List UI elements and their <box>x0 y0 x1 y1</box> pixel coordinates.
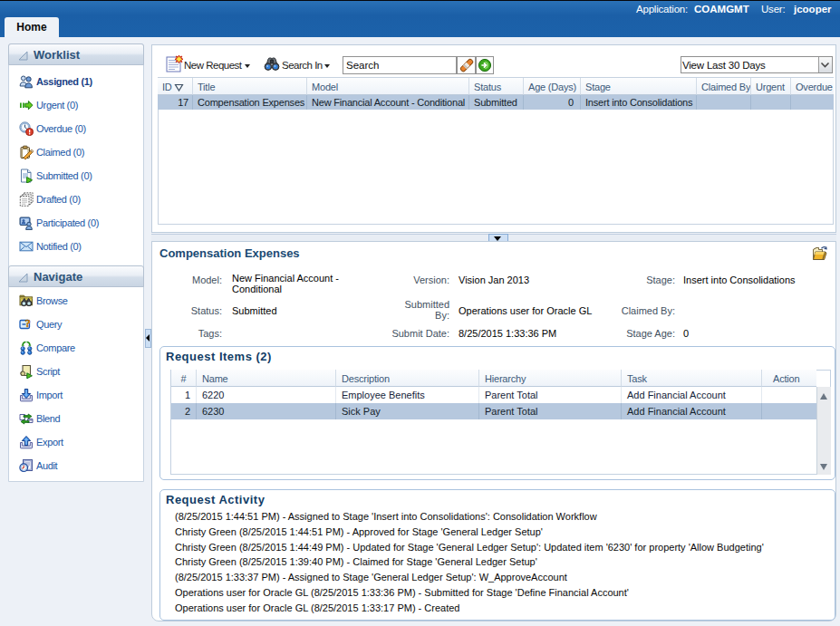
svg-text:?: ? <box>25 317 31 330</box>
